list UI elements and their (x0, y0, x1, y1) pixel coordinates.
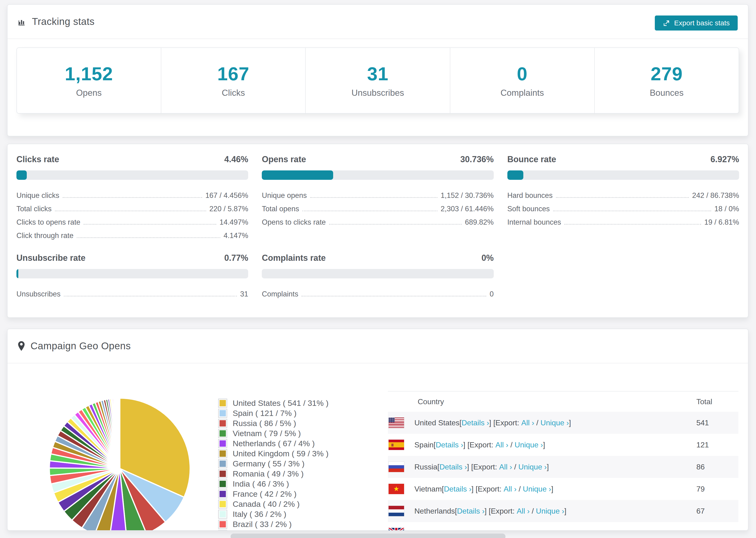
details-link[interactable]: Details › (457, 507, 484, 515)
dotted-leader (83, 224, 216, 225)
legend-item-india[interactable]: India ( 46 / 3% ) (219, 479, 328, 489)
bracket: [ (434, 441, 436, 449)
stat-value: 0 (517, 63, 527, 85)
geo-table-header: Country Total (388, 391, 738, 412)
rate-row-label: Unique opens (262, 191, 307, 201)
legend-item-vietnam[interactable]: Vietnam ( 79 / 5% ) (219, 428, 328, 439)
export-all-link[interactable]: All › (495, 441, 508, 449)
rate-row-value: 14.497% (220, 218, 248, 228)
rate-row-value: 18 / 0% (715, 205, 739, 215)
export-unique-link[interactable]: Unique › (549, 529, 577, 531)
table-row-us: United States [Details ›] [Export: All ›… (388, 412, 738, 434)
export-all-link[interactable]: All › (517, 507, 530, 515)
details-link[interactable]: Details › (440, 463, 467, 471)
rate-row: Unique opens1,152 / 30.736% (262, 188, 494, 201)
rate-value: 4.46% (224, 154, 248, 164)
table-row-es: Spain [Details ›] [Export: All › / Uniqu… (388, 434, 738, 456)
legend-item-germany[interactable]: Germany ( 55 / 3% ) (219, 459, 328, 469)
stat-card-bounces: 279Bounces (595, 48, 739, 113)
legend-item-netherlands[interactable]: Netherlands ( 67 / 4% ) (219, 439, 328, 449)
export-unique-link[interactable]: Unique › (523, 485, 551, 493)
export-all-link[interactable]: All › (521, 418, 534, 427)
details-link[interactable]: Details › (444, 485, 471, 493)
stats-row: 1,152Opens167Clicks31Unsubscribes0Compla… (17, 47, 739, 114)
progress-bar-fill (17, 269, 18, 278)
rate-row-value: 1,152 / 30.736% (441, 191, 494, 201)
total-value: 541 (696, 418, 709, 427)
geo-table-body: United States [Details ›] [Export: All ›… (388, 412, 738, 531)
legend-item-italy[interactable]: Italy ( 36 / 2% ) (219, 509, 328, 519)
stat-card-unsubscribes: 31Unsubscribes (306, 48, 450, 113)
rate-row-label: Opens to clicks rate (262, 218, 326, 228)
export-all-link[interactable]: All › (499, 463, 512, 471)
legend-item-south-africa[interactable]: South Africa ( 29 / 2% ) (219, 529, 328, 531)
geo-legend: United States ( 541 / 31% )Spain ( 121 /… (219, 398, 328, 531)
export-all-link[interactable]: All › (504, 485, 516, 493)
export-unique-link[interactable]: Unique › (536, 507, 565, 515)
country-name: Vietnam (414, 485, 442, 493)
rate-row: Complaints0 (262, 286, 494, 300)
tracking-stats-header: Tracking stats Export basic stats (8, 5, 748, 39)
stat-label: Complaints (501, 88, 544, 98)
rate-row-value: 242 / 86.738% (692, 191, 739, 201)
legend-item-brazil[interactable]: Brazil ( 33 / 2% ) (219, 519, 328, 529)
table-row-ru: Russia [Details ›] [Export: All › / Uniq… (388, 456, 738, 478)
flag-icon-us (389, 418, 404, 428)
total-value: 67 (696, 507, 705, 515)
flag-icon-vn (389, 484, 404, 494)
stat-value: 31 (367, 63, 389, 85)
slash: / (534, 418, 540, 427)
legend-swatch (219, 450, 227, 457)
rate-row: Clicks to opens rate14.497% (17, 215, 248, 228)
rate-row-label: Total clicks (17, 205, 52, 215)
legend-swatch (219, 460, 227, 467)
legend-item-canada[interactable]: Canada ( 40 / 2% ) (219, 499, 328, 509)
export-icon (663, 19, 670, 27)
geo-table: Country Total United States [Details ›] … (388, 391, 738, 531)
progress-bar-track (262, 170, 494, 180)
details-link[interactable]: Details › (436, 441, 463, 449)
geo-header: Campaign Geo Opens (8, 329, 748, 363)
slash: / (516, 485, 523, 493)
rate-row-label: Click through rate (17, 232, 74, 241)
legend-label: France ( 42 / 2% ) (233, 489, 297, 499)
geo-content: United States ( 541 / 31% )Spain ( 121 /… (8, 363, 748, 531)
total-value: 79 (696, 485, 705, 493)
legend-item-france[interactable]: France ( 42 / 2% ) (219, 489, 328, 499)
rate-row: Opens to clicks rate689.82% (262, 215, 494, 228)
details-link[interactable]: Details › (461, 418, 489, 427)
rate-row-label: Hard bounces (507, 191, 553, 201)
bracket: ] [Export: (471, 485, 504, 493)
bracket: ] [Export: (467, 463, 499, 471)
legend-item-romania[interactable]: Romania ( 49 / 3% ) (219, 469, 328, 479)
legend-swatch (219, 480, 227, 488)
rate-title: Bounce rate (507, 154, 556, 164)
legend-label: United States ( 541 / 31% ) (233, 399, 328, 408)
bracket: ] (547, 463, 549, 471)
export-unique-link[interactable]: Unique › (514, 441, 543, 449)
page-title: Tracking stats (32, 16, 95, 27)
stat-label: Opens (76, 88, 102, 98)
rate-title-row: Clicks rate4.46% (17, 154, 248, 164)
rate-value: 0% (482, 253, 494, 263)
details-link[interactable]: Details › (470, 529, 498, 531)
legend-item-united-kingdom[interactable]: United Kingdom ( 59 / 3% ) (219, 449, 328, 459)
table-row-line: Spain [Details ›] [Export: All › / Uniqu… (389, 440, 545, 450)
bracket: ] (551, 485, 553, 493)
rates-card: Clicks rate4.46%Unique clicks167 / 4.456… (7, 144, 748, 318)
progress-bar-track (17, 269, 248, 278)
legend-item-united-states[interactable]: United States ( 541 / 31% ) (219, 398, 328, 408)
table-row-line: United Kingdom [Details ›] [Export: All … (389, 528, 579, 531)
export-all-link[interactable]: All › (530, 529, 543, 531)
rate-row: Unsubscribes31 (17, 286, 248, 300)
export-unique-link[interactable]: Unique › (540, 418, 569, 427)
horizontal-scrollbar-thumb[interactable] (231, 534, 506, 538)
legend-item-russia[interactable]: Russia ( 86 / 5% ) (219, 418, 328, 428)
legend-swatch (219, 430, 227, 437)
rate-row: Unique clicks167 / 4.456% (17, 188, 248, 201)
legend-item-spain[interactable]: Spain ( 121 / 7% ) (219, 408, 328, 418)
export-basic-stats-button[interactable]: Export basic stats (655, 16, 738, 30)
export-button-label: Export basic stats (674, 19, 730, 27)
dotted-leader (565, 224, 701, 225)
export-unique-link[interactable]: Unique › (518, 463, 547, 471)
